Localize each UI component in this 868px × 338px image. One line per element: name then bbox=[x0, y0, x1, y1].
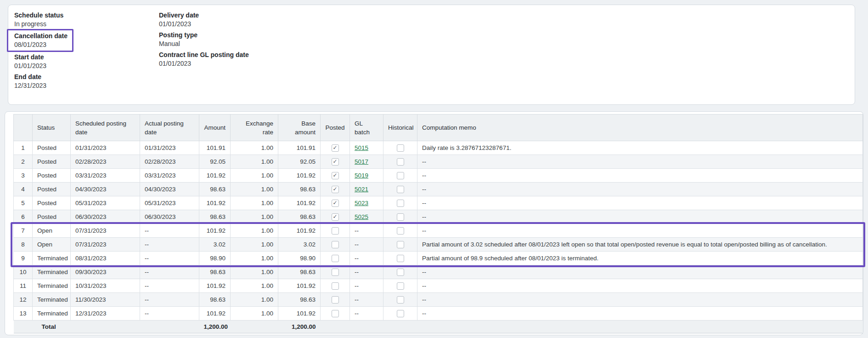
table-row: 7Open07/31/2023--101.921.00101.92---- bbox=[14, 224, 863, 238]
amount-cell: 101.92 bbox=[199, 196, 231, 210]
table-row: 8Open07/31/2023--3.021.003.02--Partial a… bbox=[14, 238, 863, 252]
row-number-cell: 3 bbox=[14, 169, 33, 183]
historical-cell bbox=[383, 307, 417, 321]
posted-cell bbox=[321, 279, 350, 293]
gl-batch-cell: -- bbox=[350, 265, 383, 279]
posted-checkbox[interactable] bbox=[332, 282, 339, 290]
gl-batch-cell: -- bbox=[350, 238, 383, 252]
status-cell: Posted bbox=[33, 183, 71, 196]
historical-checkbox[interactable] bbox=[397, 282, 404, 290]
detail-field: Start date01/01/2023 bbox=[14, 53, 159, 70]
actual-posting-date-cell: -- bbox=[140, 279, 199, 293]
total-row: Total 1,200.00 1,200.00 bbox=[14, 321, 863, 333]
column-header-base-amount: Base amount bbox=[278, 115, 321, 141]
gl-batch-empty: -- bbox=[355, 255, 359, 262]
status-cell: Terminated bbox=[33, 279, 71, 293]
gl-batch-cell: 5021 bbox=[350, 183, 383, 196]
posted-cell bbox=[321, 252, 350, 265]
gl-batch-cell: -- bbox=[350, 224, 383, 238]
field-label: Delivery date bbox=[159, 11, 249, 19]
historical-checkbox[interactable] bbox=[397, 296, 404, 304]
computation-memo-cell: Daily rate is 3.28767123287671. bbox=[417, 141, 863, 155]
actual-posting-date-cell: -- bbox=[140, 293, 199, 307]
schedule-table: Status Scheduled posting date Actual pos… bbox=[13, 114, 863, 333]
historical-cell bbox=[383, 293, 417, 307]
actual-posting-date-cell: -- bbox=[140, 252, 199, 265]
actual-posting-date-cell: -- bbox=[140, 224, 199, 238]
gl-batch-link[interactable]: 5023 bbox=[355, 200, 368, 206]
gl-batch-link[interactable]: 5021 bbox=[355, 186, 368, 193]
historical-checkbox[interactable] bbox=[397, 200, 404, 207]
column-header-posted: Posted bbox=[321, 115, 350, 141]
computation-memo-cell: Partial amount of 3.02 scheduled after 0… bbox=[417, 238, 863, 252]
gl-batch-empty: -- bbox=[355, 310, 359, 317]
posted-checkbox[interactable] bbox=[332, 269, 339, 276]
gl-batch-link[interactable]: 5017 bbox=[355, 158, 368, 165]
posted-cell bbox=[321, 307, 350, 321]
posted-checkbox[interactable] bbox=[332, 310, 339, 317]
posted-checkbox[interactable] bbox=[332, 200, 339, 207]
posted-checkbox[interactable] bbox=[332, 158, 339, 166]
exchange-rate-cell: 1.00 bbox=[231, 224, 278, 238]
posted-checkbox[interactable] bbox=[332, 241, 339, 248]
scheduled-posting-date-cell: 07/31/2023 bbox=[71, 224, 140, 238]
historical-cell bbox=[383, 141, 417, 155]
historical-checkbox[interactable] bbox=[397, 144, 404, 152]
total-amount: 1,200.00 bbox=[199, 321, 231, 333]
historical-checkbox[interactable] bbox=[397, 255, 404, 262]
amount-cell: 98.90 bbox=[199, 252, 231, 265]
exchange-rate-cell: 1.00 bbox=[231, 279, 278, 293]
row-number-cell: 9 bbox=[14, 252, 33, 265]
gl-batch-link[interactable]: 5019 bbox=[355, 172, 368, 179]
posted-checkbox[interactable] bbox=[332, 186, 339, 193]
status-cell: Terminated bbox=[33, 307, 71, 321]
scheduled-posting-date-cell: 04/30/2023 bbox=[71, 183, 140, 196]
table-row: 3Posted03/31/202303/31/2023101.921.00101… bbox=[14, 169, 863, 183]
historical-cell bbox=[383, 210, 417, 224]
historical-checkbox[interactable] bbox=[397, 269, 404, 276]
posted-checkbox[interactable] bbox=[332, 144, 339, 152]
posted-cell bbox=[321, 141, 350, 155]
detail-field: Cancellation date08/01/2023 bbox=[14, 31, 159, 50]
field-label: Contract line GL posting date bbox=[159, 51, 249, 59]
exchange-rate-cell: 1.00 bbox=[231, 183, 278, 196]
total-label: Total bbox=[14, 321, 71, 333]
posted-checkbox[interactable] bbox=[332, 227, 339, 235]
column-header-row-number bbox=[14, 115, 33, 141]
field-value: 12/31/2023 bbox=[14, 81, 159, 90]
posted-checkbox[interactable] bbox=[332, 213, 339, 221]
gl-batch-empty: -- bbox=[355, 241, 359, 248]
highlight-box: Cancellation date08/01/2023 bbox=[7, 29, 73, 52]
gl-batch-link[interactable]: 5015 bbox=[355, 144, 368, 151]
exchange-rate-cell: 1.00 bbox=[231, 252, 278, 265]
field-label: Cancellation date bbox=[14, 32, 68, 40]
gl-batch-empty: -- bbox=[355, 269, 359, 275]
detail-field: Schedule statusIn progress bbox=[14, 11, 159, 28]
historical-checkbox[interactable] bbox=[397, 241, 404, 248]
posted-checkbox[interactable] bbox=[332, 296, 339, 304]
table-row: 5Posted05/31/202305/31/2023101.921.00101… bbox=[14, 196, 863, 210]
row-number-cell: 11 bbox=[14, 279, 33, 293]
gl-batch-link[interactable]: 5025 bbox=[355, 213, 368, 220]
status-cell: Terminated bbox=[33, 293, 71, 307]
base-amount-cell: 101.92 bbox=[278, 196, 321, 210]
posted-checkbox[interactable] bbox=[332, 255, 339, 262]
actual-posting-date-cell: -- bbox=[140, 265, 199, 279]
historical-checkbox[interactable] bbox=[397, 172, 404, 179]
actual-posting-date-cell: 06/30/2023 bbox=[140, 210, 199, 224]
historical-cell bbox=[383, 169, 417, 183]
posted-checkbox[interactable] bbox=[332, 172, 339, 179]
gl-batch-cell: 5015 bbox=[350, 141, 383, 155]
column-header-exchange-rate: Exchange rate bbox=[231, 115, 278, 141]
status-cell: Open bbox=[33, 238, 71, 252]
historical-checkbox[interactable] bbox=[397, 158, 404, 166]
actual-posting-date-cell: -- bbox=[140, 238, 199, 252]
historical-cell bbox=[383, 265, 417, 279]
historical-cell bbox=[383, 252, 417, 265]
table-row: 11Terminated10/31/2023--101.921.00101.92… bbox=[14, 279, 863, 293]
historical-checkbox[interactable] bbox=[397, 227, 404, 235]
historical-checkbox[interactable] bbox=[397, 186, 404, 193]
historical-checkbox[interactable] bbox=[397, 310, 404, 317]
historical-checkbox[interactable] bbox=[397, 213, 404, 221]
scheduled-posting-date-cell: 12/31/2023 bbox=[71, 307, 140, 321]
